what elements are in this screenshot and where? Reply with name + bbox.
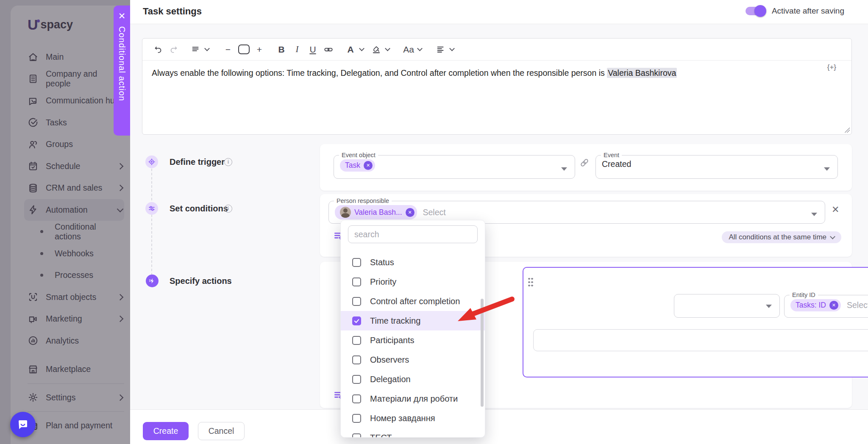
dropdown-caret-icon[interactable] [824,167,830,171]
chevron-down-icon[interactable] [204,46,210,51]
remove-condition-button[interactable] [832,205,839,214]
sidebar-item-smart-objects[interactable]: Smart objects [28,286,124,308]
sidebar-item-webhooks[interactable]: Webhooks [28,243,124,265]
dropdown-option-participants[interactable]: Participants [341,330,485,350]
info-icon[interactable]: i [224,158,232,166]
sidebar-divider [28,411,124,412]
bullet-icon [40,274,43,277]
sidebar-item-automation[interactable]: Automation [24,199,124,221]
search-input[interactable] [348,225,478,243]
highlight-color-button[interactable] [370,42,383,57]
remove-chip-icon[interactable] [364,161,373,170]
dropdown-caret-icon[interactable] [766,305,772,308]
sidebar-item-marketing[interactable]: Marketing [28,308,124,330]
checkbox-icon[interactable] [352,278,361,286]
checkbox-icon[interactable] [352,297,361,306]
text-case-button[interactable]: Aa [402,42,415,57]
dropdown-option-materialy-dlia-roboty[interactable]: Матеріали для роботи [341,389,485,408]
underline-button[interactable]: U [306,42,319,57]
checkbox-icon[interactable] [352,316,361,325]
dropdown-caret-icon[interactable] [561,167,567,171]
event-legend: Event [601,152,622,158]
option-label: Control after completion [370,297,460,306]
dropdown-option-test[interactable]: ТЕСТ [341,428,485,438]
sidebar-item-tasks[interactable]: Tasks [28,112,124,134]
dropdown-option-observers[interactable]: Observers [341,350,485,369]
conditional-action-tab-label: Conditional action [117,26,127,101]
activate-toggle[interactable] [746,7,765,15]
checkbox-icon[interactable] [352,258,361,267]
italic-button[interactable]: I [291,42,303,57]
dropdown-option-delegation[interactable]: Delegation [341,369,485,389]
sidebar-item-analytics[interactable]: Analytics [28,330,124,352]
checkbox-icon[interactable] [352,355,361,364]
dropdown-option-time-tracking[interactable]: Time tracking [341,311,485,330]
dropdown-option-priority[interactable]: Priority [341,272,485,291]
entity-id-select[interactable]: Entity ID Tasks: ID Select {⋯} [784,291,868,318]
uspacy-logo[interactable]: U spacy [28,17,73,33]
checkbox-icon[interactable] [352,414,361,423]
action-type-select[interactable] [674,294,780,318]
chat-launcher-button[interactable] [10,412,36,437]
conditions-match-pill[interactable]: All conditions at the same time [722,231,841,243]
sidebar-item-conditional-actions[interactable]: Conditional actions [28,221,124,243]
chevron-down-icon[interactable] [449,46,455,51]
sidebar-item-settings[interactable]: Settings [28,387,124,409]
sidebar-item-communication-hub[interactable]: Communication hub [28,90,124,112]
description-editor[interactable]: − + B I U A Aa Always [142,38,852,135]
sidebar-item-label: Tasks [46,118,67,128]
dropdown-option-status[interactable]: Status [341,253,485,272]
option-label: Time tracking [370,316,420,326]
insert-variable-button[interactable]: {+} [827,63,836,72]
checkbox-icon[interactable] [352,394,361,403]
line-height-button[interactable] [189,42,202,57]
conditional-action-tab[interactable]: ✕ Conditional action [114,6,130,136]
toggle-knob[interactable] [754,5,766,17]
entity-chip[interactable]: Tasks: ID [790,299,841,311]
dropdown-option-nomer-zavdannia[interactable]: Номер завдання [341,408,485,428]
remove-chip-icon[interactable] [829,301,838,310]
event-select[interactable]: Event Created [595,152,838,179]
sidebar-item-groups[interactable]: Groups [28,133,124,155]
chevron-down-icon[interactable] [359,46,364,51]
sidebar-item-company-and-people[interactable]: Company and people [28,68,124,90]
drag-handle[interactable] [528,277,534,286]
font-color-button[interactable]: A [344,42,357,57]
action-value-input[interactable]: {+} [533,329,868,351]
mention-highlight[interactable]: Valeria Bashkirova [607,68,677,78]
sidebar-item-schedule[interactable]: Schedule [28,155,124,178]
decrease-font-button[interactable]: − [222,42,234,57]
checkbox-icon[interactable] [352,433,361,438]
option-label: Status [370,258,394,267]
align-button[interactable] [434,42,447,57]
sidebar-item-main[interactable]: Main [28,46,124,68]
create-button[interactable]: Create [143,422,189,440]
increase-font-button[interactable]: + [253,42,266,57]
building-icon [28,73,39,84]
sidebar-item-crm-and-sales[interactable]: CRM and sales [28,177,124,199]
chevron-down-icon[interactable] [417,46,423,51]
sidebar-item-marketplace[interactable]: Marketplace [28,358,124,380]
resize-handle[interactable] [845,128,850,133]
redo-button[interactable] [167,42,180,57]
dropdown-caret-icon[interactable] [811,213,817,216]
sidebar-item-processes[interactable]: Processes [28,264,124,286]
cancel-button[interactable]: Cancel [198,422,245,440]
link-button[interactable] [322,42,335,57]
event-object-select[interactable]: Event object Task [334,152,575,179]
dropdown-option-control-after-completion[interactable]: Control after completion [341,291,485,311]
event-object-chip[interactable]: Task [340,159,375,172]
checkbox-icon[interactable] [352,336,361,345]
dropdown-scrollbar[interactable] [481,299,484,407]
person-chip[interactable]: Valeria Bash... [335,205,417,219]
close-icon[interactable]: ✕ [118,11,126,20]
checkbox-icon[interactable] [352,375,361,384]
font-size-box-button[interactable] [237,42,250,57]
bold-button[interactable]: B [275,42,288,57]
undo-button[interactable] [152,42,164,57]
chevron-down-icon[interactable] [385,46,390,51]
sidebar-item-plan-and-payment[interactable]: Plan and payment [28,415,124,437]
remove-chip-icon[interactable] [406,208,415,217]
editor-text[interactable]: Always enable the following options: Tim… [142,61,851,85]
info-icon[interactable]: i [224,205,232,213]
